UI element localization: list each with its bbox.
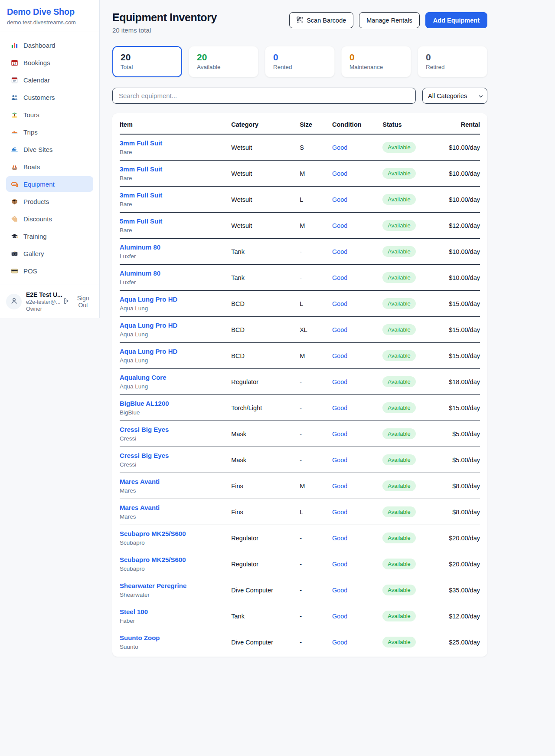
add-equipment-button[interactable]: Add Equipment bbox=[425, 12, 487, 28]
column-header-size: Size bbox=[296, 114, 329, 134]
stats-row: 20 Total 20 Available 0 Rented 0 Mainten… bbox=[112, 46, 487, 77]
item-name-link[interactable]: 3mm Full Suit bbox=[120, 191, 162, 199]
sidebar-item-label: Dashboard bbox=[23, 42, 55, 49]
speedboat-icon bbox=[10, 128, 18, 136]
item-condition-link[interactable]: Good bbox=[332, 639, 347, 646]
table-row: Aluminum 80 Luxfer Tank - Good Available… bbox=[120, 265, 480, 291]
item-rental-rate: $10.00/day bbox=[444, 134, 480, 161]
sidebar-item-calendar[interactable]: Calendar bbox=[6, 72, 93, 88]
item-category: Fins bbox=[228, 499, 296, 525]
user-role: Owner bbox=[26, 306, 59, 312]
item-name-link[interactable]: 5mm Full Suit bbox=[120, 217, 162, 225]
sidebar-item-products[interactable]: Products bbox=[6, 194, 93, 209]
sidebar-item-trips[interactable]: Trips bbox=[6, 124, 93, 140]
item-name-link[interactable]: 3mm Full Suit bbox=[120, 165, 162, 173]
stat-card-total[interactable]: 20 Total bbox=[112, 46, 182, 77]
item-condition-link[interactable]: Good bbox=[332, 483, 347, 490]
item-size: S bbox=[296, 134, 329, 161]
table-row: Scubapro MK25/S600 Scubapro Regulator - … bbox=[120, 525, 480, 551]
sidebar-item-discounts[interactable]: Discounts bbox=[6, 211, 93, 227]
item-name-link[interactable]: Aluminum 80 bbox=[120, 243, 160, 251]
item-condition-link[interactable]: Good bbox=[332, 535, 347, 542]
manage-rentals-button[interactable]: Manage Rentals bbox=[359, 12, 420, 28]
logout-icon bbox=[63, 297, 70, 306]
item-name-link[interactable]: Aqualung Core bbox=[120, 374, 166, 381]
item-name-link[interactable]: Shearwater Peregrine bbox=[120, 582, 186, 589]
table-row: Mares Avanti Mares Fins L Good Available… bbox=[120, 499, 480, 525]
item-condition-link[interactable]: Good bbox=[332, 378, 347, 385]
sidebar-item-training[interactable]: Training bbox=[6, 228, 93, 244]
item-name-link[interactable]: Cressi Big Eyes bbox=[120, 452, 169, 459]
sidebar-item-label: Training bbox=[23, 233, 47, 240]
item-condition-link[interactable]: Good bbox=[332, 431, 347, 437]
item-name-link[interactable]: Steel 100 bbox=[120, 608, 148, 615]
item-category: Wetsuit bbox=[228, 213, 296, 239]
category-filter-select[interactable]: All Categories bbox=[422, 88, 487, 104]
item-condition-link[interactable]: Good bbox=[332, 457, 347, 463]
stat-value: 20 bbox=[197, 52, 250, 62]
item-condition-link[interactable]: Good bbox=[332, 613, 347, 620]
table-row: Aqua Lung Pro HD Aqua Lung BCD XL Good A… bbox=[120, 317, 480, 343]
item-brand: Mares bbox=[120, 487, 224, 494]
table-row: Scubapro MK25/S600 Scubapro Regulator - … bbox=[120, 551, 480, 577]
item-condition-link[interactable]: Good bbox=[332, 248, 347, 255]
item-condition-link[interactable]: Good bbox=[332, 352, 347, 359]
item-name-link[interactable]: Scubapro MK25/S600 bbox=[120, 556, 186, 563]
item-name-link[interactable]: Aqua Lung Pro HD bbox=[120, 296, 177, 303]
sidebar-item-dashboard[interactable]: Dashboard bbox=[6, 37, 93, 53]
sidebar-item-pos[interactable]: POS bbox=[6, 263, 93, 279]
item-category: Regulator bbox=[228, 525, 296, 551]
item-brand: Cressi bbox=[120, 461, 224, 468]
brand-title[interactable]: Demo Dive Shop bbox=[7, 7, 92, 17]
item-name-link[interactable]: Aqua Lung Pro HD bbox=[120, 322, 177, 329]
item-rental-rate: $18.00/day bbox=[444, 369, 480, 395]
scan-barcode-button[interactable]: Scan Barcode bbox=[289, 12, 353, 28]
stat-card-rented[interactable]: 0 Rented bbox=[265, 46, 335, 77]
item-condition-link[interactable]: Good bbox=[332, 509, 347, 516]
calendar-date-icon: 17 bbox=[10, 59, 18, 66]
item-brand: Shearwater bbox=[120, 592, 224, 598]
item-condition-link[interactable]: Good bbox=[332, 274, 347, 281]
stat-card-available[interactable]: 20 Available bbox=[189, 46, 258, 77]
sidebar-item-equipment[interactable]: Equipment bbox=[6, 176, 93, 192]
search-input[interactable] bbox=[112, 88, 416, 104]
stat-value: 0 bbox=[426, 52, 479, 62]
table-row: Steel 100 Faber Tank - Good Available $1… bbox=[120, 603, 480, 629]
sidebar-item-gallery[interactable]: Gallery bbox=[6, 246, 93, 261]
column-header-status: Status bbox=[379, 114, 444, 134]
sign-out-label: Sign Out bbox=[73, 295, 93, 309]
item-condition-link[interactable]: Good bbox=[332, 144, 347, 151]
item-condition-link[interactable]: Good bbox=[332, 196, 347, 203]
stat-label: Available bbox=[197, 64, 250, 70]
item-condition-link[interactable]: Good bbox=[332, 587, 347, 594]
sidebar-item-customers[interactable]: Customers bbox=[6, 89, 93, 105]
sidebar-item-bookings[interactable]: 17 Bookings bbox=[6, 55, 93, 70]
stat-card-maintenance[interactable]: 0 Maintenance bbox=[341, 46, 411, 77]
sidebar-item-boats[interactable]: Boats bbox=[6, 159, 93, 174]
item-condition-link[interactable]: Good bbox=[332, 561, 347, 568]
item-rental-rate: $25.00/day bbox=[444, 629, 480, 655]
item-condition-link[interactable]: Good bbox=[332, 222, 347, 229]
table-row: Suunto Zoop Suunto Dive Computer - Good … bbox=[120, 629, 480, 655]
item-condition-link[interactable]: Good bbox=[332, 300, 347, 307]
item-name-link[interactable]: Mares Avanti bbox=[120, 478, 160, 485]
item-name-link[interactable]: Suunto Zoop bbox=[120, 634, 160, 641]
item-name-link[interactable]: Aqua Lung Pro HD bbox=[120, 348, 177, 355]
item-condition-link[interactable]: Good bbox=[332, 170, 347, 177]
sign-out-button[interactable]: Sign Out bbox=[63, 295, 93, 309]
status-badge: Available bbox=[382, 454, 416, 465]
sidebar-item-dive-sites[interactable]: Dive Sites bbox=[6, 141, 93, 157]
item-name-link[interactable]: Scubapro MK25/S600 bbox=[120, 530, 186, 537]
item-condition-link[interactable]: Good bbox=[332, 326, 347, 333]
item-rental-rate: $8.00/day bbox=[444, 499, 480, 525]
item-name-link[interactable]: 3mm Full Suit bbox=[120, 139, 162, 147]
item-name-link[interactable]: BigBlue AL1200 bbox=[120, 400, 169, 407]
sidebar-item-tours[interactable]: Tours bbox=[6, 107, 93, 122]
status-badge: Available bbox=[382, 532, 416, 543]
item-name-link[interactable]: Aluminum 80 bbox=[120, 270, 160, 277]
item-name-link[interactable]: Cressi Big Eyes bbox=[120, 426, 169, 433]
item-condition-link[interactable]: Good bbox=[332, 404, 347, 411]
item-size: - bbox=[296, 603, 329, 629]
stat-card-retired[interactable]: 0 Retired bbox=[418, 46, 487, 77]
item-name-link[interactable]: Mares Avanti bbox=[120, 504, 160, 511]
